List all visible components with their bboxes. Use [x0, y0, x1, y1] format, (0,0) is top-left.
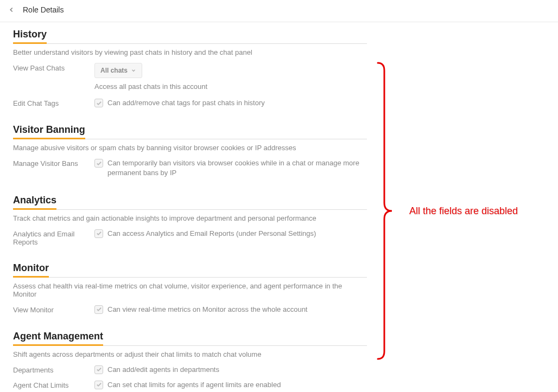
- page-header: Role Details: [0, 0, 558, 22]
- content-area: History Better understand visitors by vi…: [0, 22, 380, 392]
- row-agent-chat-limits: Agent Chat Limits Can set chat limits fo…: [13, 380, 367, 390]
- desc-agent-chat-limits: Can set chat limits for agents if agent …: [107, 380, 367, 390]
- section-desc-history: Better understand visitors by viewing pa…: [13, 48, 367, 56]
- annotation: All the fields are disabled: [377, 62, 518, 360]
- section-desc-agent-management: Shift agents across departments or adjus…: [13, 350, 367, 358]
- section-title-visitor-banning: Visitor Banning: [13, 124, 85, 139]
- annotation-text: All the fields are disabled: [409, 204, 518, 217]
- back-icon[interactable]: [8, 6, 15, 14]
- row-view-past-chats: View Past Chats All chats: [13, 63, 367, 78]
- divider: [13, 209, 367, 210]
- desc-manage-visitor-bans: Can temporarily ban visitors via browser…: [107, 158, 367, 178]
- section-desc-monitor: Assess chat health via real-time metrics…: [13, 282, 367, 298]
- desc-edit-chat-tags: Can add/remove chat tags for past chats …: [107, 98, 367, 108]
- bracket-icon: [377, 62, 393, 360]
- section-desc-analytics: Track chat metrics and gain actionable i…: [13, 214, 367, 222]
- page-title: Role Details: [23, 5, 64, 14]
- checkbox-analytics-reports[interactable]: [94, 229, 103, 238]
- checkbox-agent-chat-limits[interactable]: [94, 381, 103, 389]
- section-title-agent-management: Agent Management: [13, 331, 103, 346]
- section-title-history: History: [13, 29, 47, 44]
- label-analytics-reports: Analytics and Email Reports: [13, 229, 94, 246]
- checkbox-edit-chat-tags[interactable]: [94, 99, 103, 107]
- row-manage-visitor-bans: Manage Visitor Bans Can temporarily ban …: [13, 158, 367, 178]
- row-edit-chat-tags: Edit Chat Tags Can add/remove chat tags …: [13, 98, 367, 108]
- helper-view-past-chats: Access all past chats in this account: [94, 82, 367, 91]
- chevron-down-icon: [131, 68, 136, 73]
- section-title-monitor: Monitor: [13, 262, 49, 278]
- section-title-analytics: Analytics: [13, 195, 56, 210]
- row-departments: Departments Can add/edit agents in depar…: [13, 365, 367, 375]
- label-view-monitor: View Monitor: [13, 305, 94, 314]
- section-history: History Better understand visitors by vi…: [13, 29, 367, 108]
- checkbox-manage-visitor-bans[interactable]: [94, 159, 103, 168]
- label-agent-chat-limits: Agent Chat Limits: [13, 380, 94, 389]
- divider: [13, 277, 367, 278]
- dropdown-view-past-chats[interactable]: All chats: [94, 63, 142, 78]
- row-analytics-reports: Analytics and Email Reports Can access A…: [13, 229, 367, 246]
- desc-view-monitor: Can view real-time metrics on Monitor ac…: [107, 305, 367, 314]
- label-edit-chat-tags: Edit Chat Tags: [13, 98, 94, 107]
- section-agent-management: Agent Management Shift agents across dep…: [13, 331, 367, 390]
- checkbox-departments[interactable]: [94, 365, 103, 374]
- label-manage-visitor-bans: Manage Visitor Bans: [13, 158, 94, 168]
- section-monitor: Monitor Assess chat health via real-time…: [13, 262, 367, 314]
- section-visitor-banning: Visitor Banning Manage abusive visitors …: [13, 124, 367, 178]
- dropdown-value: All chats: [100, 67, 128, 74]
- checkbox-view-monitor[interactable]: [94, 305, 103, 314]
- label-departments: Departments: [13, 365, 94, 374]
- row-view-monitor: View Monitor Can view real-time metrics …: [13, 305, 367, 314]
- divider: [13, 43, 367, 44]
- label-view-past-chats: View Past Chats: [13, 63, 94, 72]
- section-desc-visitor-banning: Manage abusive visitors or spam chats by…: [13, 144, 367, 152]
- section-analytics: Analytics Track chat metrics and gain ac…: [13, 195, 367, 246]
- desc-departments: Can add/edit agents in departments: [107, 365, 367, 375]
- desc-analytics-reports: Can access Analytics and Email Reports (…: [107, 229, 367, 239]
